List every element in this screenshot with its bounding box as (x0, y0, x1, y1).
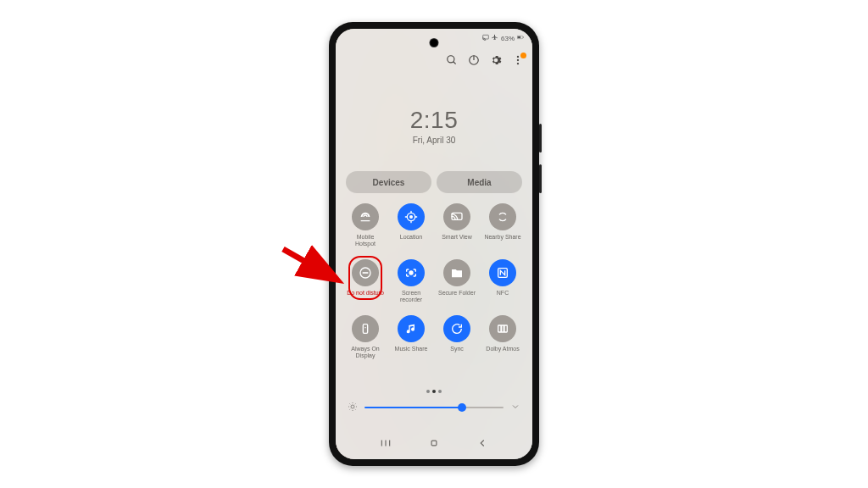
svg-point-16 (409, 271, 413, 274)
sync-icon (443, 315, 470, 342)
nav-home[interactable] (428, 437, 440, 452)
clock-time: 2:15 (336, 107, 532, 134)
cast-icon (482, 34, 489, 42)
tile-label: Location (400, 234, 422, 241)
svg-point-23 (351, 405, 354, 408)
tile-label: Dolby Atmos (486, 346, 519, 352)
tile-do-not-disturb[interactable]: Do not disturb (346, 259, 385, 303)
clock-date: Fri, April 30 (336, 136, 532, 145)
nav-recents[interactable] (380, 437, 392, 452)
tile-music-share[interactable]: Music Share (392, 315, 431, 359)
svg-line-37 (283, 249, 334, 278)
tile-screen-recorder[interactable]: Screen recorder (392, 259, 431, 303)
panel-toolbar (446, 54, 524, 69)
page-indicator (336, 390, 532, 393)
svg-rect-0 (483, 35, 489, 39)
music-share-icon (398, 315, 425, 342)
svg-point-10 (517, 63, 519, 64)
svg-point-8 (517, 56, 519, 58)
more-icon[interactable] (512, 54, 524, 69)
tile-label: Music Share (395, 346, 428, 352)
page-dot (432, 390, 436, 393)
tile-always-on-display[interactable]: Always On Display (346, 315, 385, 359)
svg-rect-18 (363, 324, 367, 334)
settings-gear-icon[interactable] (490, 54, 502, 69)
media-button[interactable]: Media (437, 171, 522, 193)
tile-label: Nearby Share (484, 234, 520, 241)
tile-label: NFC (497, 290, 509, 297)
navigation-bar (336, 437, 532, 452)
tile-sync[interactable]: Sync (437, 315, 476, 359)
tile-nearby-share[interactable]: Nearby Share (483, 203, 522, 247)
tile-smart-view[interactable]: Smart View (437, 203, 476, 247)
battery-icon (517, 34, 524, 42)
power-icon[interactable] (468, 54, 480, 69)
tile-label: Do not disturb (347, 290, 384, 297)
tile-location[interactable]: Location (392, 203, 431, 247)
always-on-display-icon (352, 315, 379, 342)
airplane-icon (492, 34, 498, 42)
devices-button[interactable]: Devices (346, 171, 431, 193)
page-dot (426, 390, 430, 393)
devices-button-label: Devices (373, 178, 405, 187)
camera-hole (431, 39, 438, 47)
nfc-icon (489, 259, 516, 286)
svg-line-31 (355, 404, 356, 405)
brightness-thumb[interactable] (458, 403, 466, 412)
expand-brightness-icon[interactable] (510, 400, 520, 415)
do-not-disturb-icon (352, 259, 379, 286)
phone-frame: 63% 2:15 Fri, April 30 (329, 22, 539, 466)
nearby-share-icon (489, 203, 516, 230)
secure-folder-icon (443, 259, 470, 286)
screen-recorder-icon (398, 259, 425, 286)
search-icon[interactable] (446, 54, 458, 69)
annotation-arrow (278, 244, 346, 295)
svg-point-9 (517, 59, 519, 61)
smart-view-icon (443, 203, 470, 230)
svg-line-30 (350, 409, 351, 410)
battery-text: 63% (501, 35, 515, 42)
output-control-row: Devices Media (346, 171, 522, 193)
status-bar: 63% (482, 34, 524, 42)
brightness-slider[interactable] (364, 407, 504, 408)
svg-line-5 (453, 62, 456, 64)
nav-back[interactable] (476, 437, 488, 452)
svg-point-11 (409, 215, 413, 219)
svg-line-28 (350, 404, 351, 405)
lockscreen-clock: 2:15 Fri, April 30 (336, 107, 532, 145)
tile-label: Always On Display (346, 346, 385, 359)
tile-mobile-hotspot[interactable]: Mobile Hotspot (346, 203, 385, 247)
dolby-atmos-icon (489, 315, 516, 342)
svg-rect-22 (504, 325, 505, 332)
svg-rect-35 (431, 441, 437, 446)
svg-rect-2 (518, 36, 521, 38)
tile-label: Mobile Hotspot (346, 234, 385, 247)
brightness-row (348, 400, 520, 415)
tile-label: Secure Folder (438, 290, 476, 297)
svg-point-4 (448, 56, 454, 63)
quick-settings-grid: Mobile HotspotLocationSmart ViewNearby S… (346, 203, 522, 359)
tile-dolby-atmos[interactable]: Dolby Atmos (483, 315, 522, 359)
tile-label: Sync (450, 346, 464, 352)
mobile-hotspot-icon (352, 203, 379, 230)
notification-badge (520, 53, 526, 58)
svg-rect-21 (500, 325, 502, 332)
svg-line-29 (355, 409, 356, 410)
tile-label: Smart View (442, 234, 472, 241)
tile-nfc[interactable]: NFC (483, 259, 522, 303)
screen: 63% 2:15 Fri, April 30 (336, 29, 532, 459)
brightness-low-icon (348, 400, 358, 415)
tile-secure-folder[interactable]: Secure Folder (437, 259, 476, 303)
location-icon (398, 203, 425, 230)
svg-rect-3 (523, 36, 524, 37)
svg-rect-20 (498, 325, 508, 332)
tile-label: Screen recorder (392, 290, 431, 303)
page-dot (438, 390, 442, 393)
media-button-label: Media (467, 178, 491, 187)
